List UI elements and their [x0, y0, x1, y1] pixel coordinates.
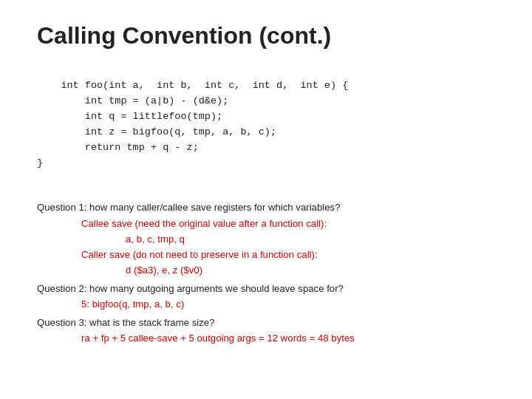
q1-callee-label: Callee save (need the original value aft… [81, 216, 495, 231]
code-line-6: } [37, 157, 43, 168]
code-line-2: int tmp = (a|b) - (d&e); [37, 95, 228, 106]
q2-value: 5: bigfoo(q, tmp, a, b, c) [81, 296, 495, 312]
q1-callee-value: a, b, c, tmp, q [126, 231, 495, 247]
slide: Calling Convention (cont.) int foo(int a… [0, 0, 532, 399]
q3-value: ra + fp + 5 callee-save + 5 outgoing arg… [81, 330, 495, 346]
code-line-1: int foo(int a, int b, int c, int d, int … [61, 80, 348, 91]
question-3-label: Question 3: what is the stack frame size… [37, 315, 495, 330]
q1-caller-value: d ($a3), e, z ($v0) [126, 262, 495, 278]
code-block: int foo(int a, int b, int c, int d, int … [37, 63, 495, 186]
code-line-4: int z = bigfoo(q, tmp, a, b, c); [37, 126, 276, 137]
question-1-label: Question 1: how many caller/callee save … [37, 200, 495, 215]
code-line-5: return tmp + q - z; [37, 142, 199, 153]
code-line-3: int q = littlefoo(tmp); [37, 111, 222, 122]
questions-section: Question 1: how many caller/callee save … [37, 200, 495, 346]
question-2-label: Question 2: how many outgoing arguments … [37, 281, 495, 296]
q1-caller-label: Caller save (do not need to preserve in … [81, 247, 495, 262]
slide-title: Calling Convention (cont.) [37, 22, 495, 50]
